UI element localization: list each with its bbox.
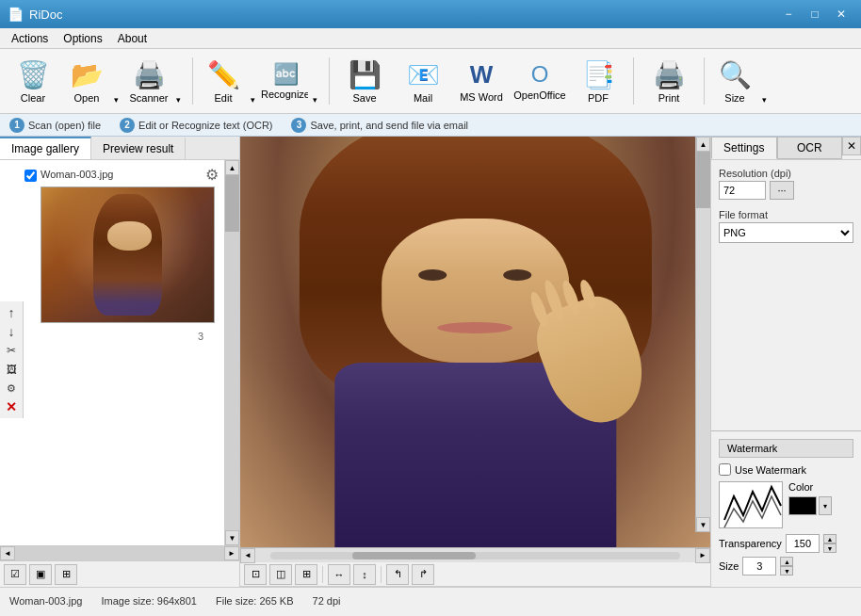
titlebar: 📄 RiDoc − □ ✕ [0,0,861,28]
minimize-button[interactable]: − [776,4,801,24]
portrait-bg [240,137,710,547]
openoffice-button[interactable]: O OpenOffice [512,53,567,109]
gallery-item-settings-icon[interactable]: ⚙ [205,166,219,184]
img-tb-sep-1 [322,566,323,583]
step-1: 1 Scan (open) file [9,118,101,133]
lt-image-button[interactable]: 🖼 [2,360,21,379]
edit-arrow-button[interactable]: ▾ [246,53,259,109]
image-hscroll-right[interactable]: ► [695,548,710,563]
pdf-button[interactable]: 📑 PDF [571,53,625,109]
open-arrow-button[interactable]: ▾ [109,53,122,109]
statusbar: Woman-003.jpg Image size: 964x801 File s… [0,587,861,613]
gallery-scroll-down[interactable]: ▼ [225,530,239,545]
status-image-size: Image size: 964x801 [101,595,197,607]
img-tb-height[interactable]: ↕ [353,564,376,585]
right-tab-settings[interactable]: Settings [711,137,777,159]
step-3-label: Save, print, and send file via email [310,120,468,131]
stepbar: 1 Scan (open) file 2 Edit or Recognize t… [0,114,861,137]
left-panel: Image gallery Preview result ↑ ↓ ✂ 🖼 ⚙ ✕… [0,137,240,587]
close-button[interactable]: ✕ [829,4,853,24]
openoffice-icon: O [531,61,549,88]
gallery-thumbnail[interactable] [41,186,215,323]
gallery-view-grid[interactable]: ⊞ [55,564,77,585]
image-scroll-thumb[interactable] [696,152,710,208]
mail-icon: 📧 [407,59,440,90]
size-label: Size [719,560,739,572]
size-button-group: 🔍 Size ▾ [712,53,771,109]
print-button[interactable]: 🖨️ Print [642,53,696,109]
status-filename: Woman-003.jpg [9,595,82,607]
img-tb-rotate-left[interactable]: ↰ [386,564,409,585]
transparency-down[interactable]: ▼ [823,543,837,553]
lt-cut-button[interactable]: ✂ [2,341,21,360]
edit-button[interactable]: ✏️ Edit [201,53,246,109]
lt-close-button[interactable]: ✕ [2,397,21,416]
img-tb-grid[interactable]: ⊞ [295,564,317,585]
clear-button[interactable]: 🗑️ Clear [6,53,60,109]
resolution-input[interactable] [719,181,766,200]
size-button[interactable]: 🔍 Size [712,53,757,109]
scanner-button[interactable]: 🖨️ Scanner [126,53,171,109]
transparency-input[interactable] [786,534,820,553]
size-input[interactable] [742,557,776,575]
img-tb-fit[interactable]: ⊡ [244,564,267,585]
resolution-label: Resolution (dpi) [719,168,853,179]
open-label: Open [74,92,100,104]
menu-options[interactable]: Options [56,30,109,47]
gallery-item-name: Woman-003.jpg [41,169,113,180]
pdf-icon: 📑 [582,59,615,90]
gallery-bottom-bar: ☑ ▣ ⊞ [0,560,239,587]
recognize-arrow-button[interactable]: ▾ [308,53,321,109]
image-view[interactable]: ▲ ▼ [240,137,710,547]
watermark-color-swatch[interactable] [788,496,817,515]
save-button[interactable]: 💾 Save [337,53,392,109]
gallery-hscroll-right[interactable]: ► [224,546,239,560]
size-up[interactable]: ▲ [780,557,793,566]
step-1-label: Scan (open) file [28,120,101,131]
gallery-hscroll-track [15,546,224,560]
gallery-item-checkbox[interactable] [24,170,37,182]
recognize-button-group: 🔤 Recognize ▾ [263,53,321,109]
recognize-button[interactable]: 🔤 Recognize [263,53,308,109]
lt-up-button[interactable]: ↑ [2,303,21,322]
img-tb-single[interactable]: ◫ [269,564,292,585]
msword-button[interactable]: W MS Word [454,53,509,109]
save-icon: 💾 [349,59,382,90]
gallery-view-check[interactable]: ☑ [4,564,26,585]
open-button[interactable]: 📂 Open [64,53,109,109]
tab-preview-result[interactable]: Preview result [91,137,186,159]
gallery-scroll-thumb[interactable] [225,175,239,232]
resolution-dots-button[interactable]: ··· [770,181,794,200]
menu-actions[interactable]: Actions [4,30,56,47]
gallery-view-single[interactable]: ▣ [29,564,52,585]
step-3-number: 3 [291,118,306,133]
gallery-hscroll-left[interactable]: ◄ [0,546,15,560]
file-format-select[interactable]: PNG JPG BMP TIFF PDF [719,222,853,243]
image-scroll-up[interactable]: ▲ [696,137,710,152]
img-tb-width[interactable]: ↔ [328,564,350,585]
right-tab-ocr[interactable]: OCR [777,137,843,159]
lt-settings-button[interactable]: ⚙ [2,379,21,397]
menu-about[interactable]: About [110,30,154,47]
use-watermark-checkbox[interactable] [719,463,731,476]
size-arrow-button[interactable]: ▾ [757,53,771,109]
right-panel-close[interactable]: ✕ [842,137,861,155]
scanner-arrow-button[interactable]: ▾ [171,53,185,109]
maximize-button[interactable]: □ [803,4,827,24]
gallery-scroller[interactable]: Woman-003.jpg ⚙ 3 [0,160,224,545]
toolbar-separator-3 [633,57,634,105]
lt-down-button[interactable]: ↓ [2,322,21,341]
image-hscroll-thumb[interactable] [352,552,476,559]
image-scroll-down[interactable]: ▼ [696,517,710,532]
watermark-color-arrow[interactable]: ▾ [819,496,832,515]
img-tb-rotate-right[interactable]: ↱ [412,564,434,585]
print-icon: 🖨️ [653,59,686,90]
mail-button[interactable]: 📧 Mail [396,53,450,109]
image-hscroll-left[interactable]: ◄ [240,548,255,563]
size-down[interactable]: ▼ [780,566,793,575]
transparency-up[interactable]: ▲ [823,534,837,543]
step-2-label: Edit or Recognize text (OCR) [138,120,272,131]
tab-image-gallery[interactable]: Image gallery [0,137,91,159]
open-button-group: 📂 Open ▾ [64,53,122,109]
gallery-scroll-up[interactable]: ▲ [225,160,239,175]
